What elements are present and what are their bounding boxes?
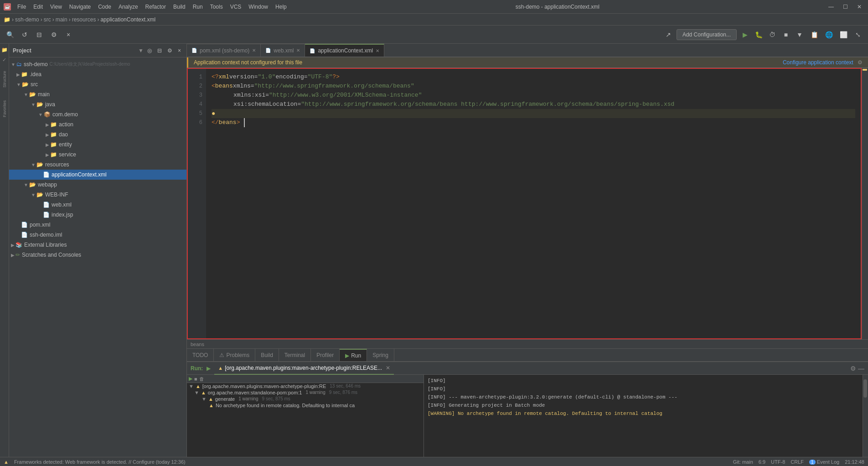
collapse-all-button[interactable]: ⊟ [155, 47, 164, 55]
event-log-button[interactable]: 1 Event Log [809, 459, 839, 465]
favorites-activity-button[interactable]: Favorites [0, 95, 9, 122]
sidebar-dropdown-icon[interactable]: ▼ [138, 47, 144, 54]
menu-edit[interactable]: Edit [31, 3, 46, 11]
run-tree-item-3[interactable]: ▲ No archetype found in remote catalog. … [187, 402, 424, 409]
line-sep-label[interactable]: CRLF [790, 459, 804, 465]
menu-run[interactable]: Run [190, 3, 206, 11]
minimize-button[interactable]: — [826, 3, 837, 11]
add-configuration-button[interactable]: Add Configuration... [677, 29, 737, 40]
configure-link[interactable]: Configure application context [783, 59, 853, 66]
app-tab-close[interactable]: ✕ [376, 48, 379, 53]
tree-item-dao[interactable]: ▶ 📁 dao [9, 129, 186, 140]
run-tab-active[interactable]: ▲ [org.apache.maven.plugins:maven-archet… [214, 362, 394, 375]
run-tree-play[interactable]: ▶ [189, 376, 192, 382]
settings-button[interactable]: ⚙ [47, 28, 60, 41]
run-tab-close[interactable]: ✕ [386, 365, 390, 371]
run-settings-icon[interactable]: ⚙ [850, 365, 856, 372]
tree-item-indexjsp[interactable]: ▶ 📄 index.jsp [9, 210, 186, 220]
tree-item-iml[interactable]: ▶ 📄 ssh-demo.iml [9, 230, 186, 240]
presentation-button[interactable]: ⬜ [837, 28, 850, 41]
run-button[interactable]: ▶ [739, 28, 751, 41]
tree-item-idea[interactable]: ▶ 📁 .idea [9, 69, 186, 79]
bc-sshdemo[interactable]: ssh-demo [15, 16, 39, 23]
menu-build[interactable]: Build [170, 3, 188, 11]
menu-analyze[interactable]: Analyze [116, 3, 141, 11]
tree-item-entity[interactable]: ▶ 📁 entity [9, 140, 186, 150]
bc-main[interactable]: main [56, 16, 67, 23]
smart-type-button[interactable]: ↗ [662, 28, 675, 41]
commit-activity-button[interactable]: ✓ [0, 56, 9, 64]
structure-activity-button[interactable]: Structure [0, 66, 9, 93]
tab-profiler[interactable]: Profiler [311, 349, 340, 362]
debug-button[interactable]: 🐛 [752, 28, 765, 41]
sync-button[interactable]: ↺ [18, 28, 31, 41]
tree-item-src[interactable]: ▼ 📂 src [9, 79, 186, 89]
tree-item-resources[interactable]: ▼ 📂 resources [9, 160, 186, 170]
tree-item-pomxml[interactable]: ▶ 📄 pom.xml [9, 220, 186, 230]
copy-path-button[interactable]: 📋 [808, 28, 821, 41]
code-content[interactable]: <?xml version="1.0" encoding="UTF-8" ?> … [206, 69, 861, 338]
tree-item-scratches[interactable]: ▶ ✏ Scratches and Consoles [9, 250, 186, 260]
web-tab-close[interactable]: ✕ [296, 48, 300, 53]
run-scrollbar[interactable] [863, 375, 868, 457]
tab-problems[interactable]: ⚠ Problems [214, 349, 255, 362]
profile-button[interactable]: ⏱ [766, 28, 779, 41]
project-activity-button[interactable]: 📁 [0, 46, 9, 54]
encoding-label[interactable]: UTF-8 [771, 459, 785, 465]
tab-spring[interactable]: Spring [367, 349, 394, 362]
run-tree-clear[interactable]: 🗑 [199, 376, 204, 382]
menu-code[interactable]: Code [95, 3, 114, 11]
translate-button[interactable]: 🌐 [822, 28, 835, 41]
tree-item-java[interactable]: ▼ 📂 java [9, 99, 186, 109]
git-branch[interactable]: Git: main [733, 459, 753, 465]
tree-item-extlibs[interactable]: ▶ 📚 External Libraries [9, 240, 186, 250]
bc-resources[interactable]: resources [72, 16, 96, 23]
tab-terminal[interactable]: Terminal [279, 349, 311, 362]
tree-item-webxml[interactable]: ▶ 📄 web.xml [9, 200, 186, 210]
tab-appcontext[interactable]: 📄 applicationContext.xml ✕ [305, 44, 384, 57]
menu-file[interactable]: File [15, 3, 29, 11]
tab-todo[interactable]: TODO [187, 349, 214, 362]
tree-item-appcontext[interactable]: ▶ 📄 applicationContext.xml [9, 170, 186, 180]
menu-window[interactable]: Window [246, 3, 271, 11]
tab-webxml[interactable]: 📄 web.xml ✕ [261, 44, 305, 57]
menu-view[interactable]: View [47, 3, 65, 11]
code-editor[interactable]: 1 2 3 4 5 6 <?xml version="1.0" [187, 68, 862, 339]
menu-help[interactable]: Help [273, 3, 289, 11]
sidebar-settings-button[interactable]: ⚙ [165, 47, 174, 55]
run-tree-item-0[interactable]: ▼ ▲ [org.apache.maven.plugins:maven-arch… [187, 383, 424, 389]
event-log-label[interactable]: Event Log [817, 459, 840, 465]
run-play-button[interactable]: ▶ [207, 365, 211, 372]
search-everywhere-button[interactable]: 🔍 [4, 28, 16, 41]
tree-item-comdemo[interactable]: ▼ 📦 com.demo [9, 109, 186, 119]
sidebar-close-button[interactable]: × [176, 47, 183, 55]
tab-build[interactable]: Build [255, 349, 279, 362]
maximize-button[interactable]: ☐ [840, 3, 851, 11]
run-tree-stop[interactable]: ■ [194, 376, 197, 382]
collapse-button[interactable]: ⊟ [33, 28, 46, 41]
framework-notice[interactable]: Frameworks detected: Web framework is de… [14, 459, 186, 465]
run-tree-item-2[interactable]: ▼ ▲ generate 1 warning 9 sec, 875 ms [187, 396, 424, 402]
menu-tools[interactable]: Tools [207, 3, 226, 11]
menu-refactor[interactable]: Refactor [143, 3, 169, 11]
tree-item-action[interactable]: ▶ 📁 action [9, 119, 186, 129]
run-tree-item-1[interactable]: ▼ ▲ org.apache.maven:standalone-pom:pom:… [187, 389, 424, 396]
menu-navigate[interactable]: Navigate [67, 3, 93, 11]
tree-item-root[interactable]: ▼ 🗂 ssh-demo C:\Users\徐文兴\IdeaProjects\s… [9, 59, 186, 69]
bc-src[interactable]: src [44, 16, 51, 23]
close-button[interactable]: ✕ [854, 3, 864, 11]
stop-button[interactable]: ■ [780, 28, 792, 41]
settings-gear-icon[interactable]: ⚙ [858, 59, 863, 66]
pom-tab-close[interactable]: ✕ [252, 48, 256, 53]
tree-item-webapp[interactable]: ▼ 📂 webapp [9, 180, 186, 190]
tree-item-service[interactable]: ▶ 📁 service [9, 150, 186, 160]
locate-file-button[interactable]: ◎ [145, 47, 154, 55]
full-screen-button[interactable]: ⤡ [852, 28, 864, 41]
tree-item-main[interactable]: ▼ 📂 main [9, 89, 186, 99]
tab-pomxml[interactable]: 📄 pom.xml (ssh-demo) ✕ [187, 44, 261, 57]
close-sidebar-button[interactable]: × [62, 28, 75, 41]
bc-file[interactable]: applicationContext.xml [100, 16, 155, 23]
more-run-options[interactable]: ▼ [793, 28, 806, 41]
run-close-icon[interactable]: — [858, 365, 864, 372]
tab-run[interactable]: ▶ Run [340, 349, 367, 362]
